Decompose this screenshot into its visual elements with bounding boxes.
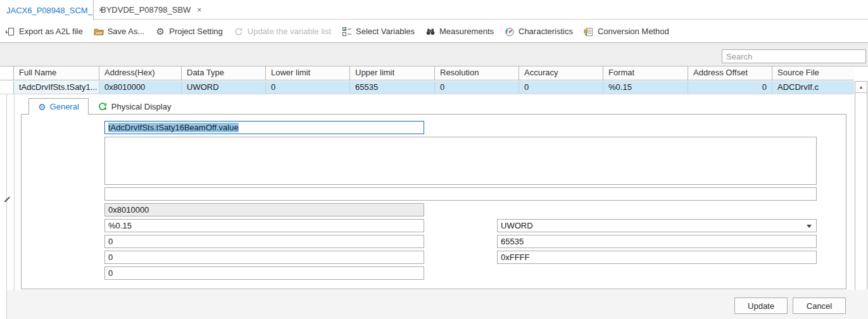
details-tab-strip: ⚙ General Physical Display: [28, 98, 180, 115]
tab-label: JACX6_P08948_SCM_: [6, 6, 92, 15]
characteristics-button[interactable]: Characteristics: [505, 27, 573, 37]
cell-full-name[interactable]: tAdcDrvIfSts.tSaty1...: [14, 81, 99, 94]
low-limit-input[interactable]: 0: [104, 235, 424, 248]
grid-header: Full Name Address(Hex) Data Type Lower l…: [0, 66, 854, 80]
col-source-file[interactable]: Source File: [772, 66, 853, 80]
export-a2l-button[interactable]: Export as A2L file: [5, 27, 83, 37]
col-format[interactable]: Format: [603, 66, 688, 80]
tab-physical-display[interactable]: Physical Display: [89, 98, 180, 115]
tab-bydvde-p08798[interactable]: BYDVDE_P08798_SBW ×: [94, 0, 197, 20]
col-accuracy[interactable]: Accuracy: [519, 66, 603, 80]
row-header-cell[interactable]: [0, 81, 14, 94]
col-data-type[interactable]: Data Type: [182, 66, 266, 80]
col-upper-limit[interactable]: Upper limit: [350, 66, 435, 80]
table-row-selected[interactable]: tAdcDrvIfSts.tSaty1... 0x8010000 UWORD 0…: [0, 81, 854, 94]
save-as-button[interactable]: Save As...: [94, 27, 145, 37]
gear-icon: ⚙: [38, 103, 46, 111]
toolbar-item-label: Conversion Method: [598, 27, 669, 36]
update-variable-list-button: Update the variable list: [234, 27, 331, 37]
display-identifier-input[interactable]: [104, 187, 817, 201]
search-input[interactable]: [722, 49, 866, 63]
chevron-down-icon: [807, 225, 812, 228]
toolbar-item-label: Characteristics: [519, 27, 573, 36]
export-a2l-icon: [5, 27, 15, 37]
scroll-up-button[interactable]: ▲: [855, 82, 867, 93]
select-variables-button[interactable]: Select Variables: [342, 27, 415, 37]
gutter-line: [14, 94, 15, 290]
binoculars-icon: [425, 27, 436, 37]
col-address-hex[interactable]: Address(Hex): [99, 66, 182, 80]
toolbar-item-label: Export as A2L file: [19, 27, 83, 36]
update-button[interactable]: Update: [734, 297, 788, 314]
cell-address-hex[interactable]: 0x8010000: [99, 81, 182, 94]
scroll-up-icon: ▲: [859, 85, 864, 89]
cell-address-offset[interactable]: 0: [688, 81, 772, 94]
main-toolbar: Export as A2L file Save As... ⚙ Project …: [0, 20, 868, 42]
format-input[interactable]: %0.15: [104, 219, 424, 232]
resolution-input[interactable]: 0: [104, 251, 424, 264]
accuracy-input[interactable]: 0: [104, 266, 424, 280]
measurements-button[interactable]: Measurements: [425, 27, 494, 37]
row-edit-pencil-icon: [3, 195, 11, 204]
close-icon[interactable]: ×: [197, 6, 201, 14]
high-limit-input[interactable]: 65535: [497, 235, 817, 248]
toolbar-item-label: Select Variables: [356, 27, 415, 36]
conversion-method-icon: [584, 27, 594, 37]
cancel-button[interactable]: Cancel: [793, 297, 846, 314]
description-textarea[interactable]: [104, 137, 817, 185]
gutter-line: [6, 94, 7, 319]
vertical-scrollbar[interactable]: ▲: [855, 81, 867, 297]
cell-accuracy[interactable]: 0: [519, 81, 603, 94]
toolbar-item-label: Measurements: [439, 27, 494, 36]
document-tab-bar: JACX6_P08948_SCM_ × BYDVDE_P08798_SBW ×: [0, 0, 868, 20]
cell-data-type[interactable]: UWORD: [182, 81, 266, 94]
tab-label: BYDVDE_P08798_SBW: [101, 5, 191, 15]
tab-jacx6-p08948[interactable]: JACX6_P08948_SCM_ ×: [0, 0, 94, 20]
ecu-address-input: 0x8010000: [104, 203, 424, 216]
select-variables-icon: [342, 27, 352, 37]
toolbar-item-label: Project Setting: [169, 27, 223, 36]
toolbar-item-label: Update the variable list: [248, 27, 331, 36]
a2l-editor-window: JACX6_P08948_SCM_ × BYDVDE_P08798_SBW × …: [0, 0, 868, 319]
row-header-gutter: [0, 66, 14, 80]
tab-general[interactable]: ⚙ General: [28, 98, 89, 115]
cell-resolution[interactable]: 0: [435, 81, 519, 94]
col-resolution[interactable]: Resolution: [435, 66, 519, 80]
name-input[interactable]: tAdcDrvIfSts.tSaty16BeamOff.value: [104, 121, 424, 134]
gauge-icon: [505, 27, 515, 37]
save-as-folder-icon: [94, 27, 104, 37]
conversion-method-button[interactable]: Conversion Method: [584, 27, 669, 37]
data-type-dropdown[interactable]: UWORD: [497, 219, 817, 232]
cell-lower-limit[interactable]: 0: [266, 81, 350, 94]
bit-mask-input[interactable]: 0xFFFF: [497, 251, 817, 264]
cell-format[interactable]: %0.15: [603, 81, 688, 94]
data-type-value: UWORD: [501, 221, 533, 230]
cell-source-file[interactable]: ADCDrvIf.c: [772, 81, 853, 94]
details-tab-label: Physical Display: [111, 102, 172, 111]
col-full-name[interactable]: Full Name: [14, 66, 99, 80]
refresh-icon: [234, 27, 244, 37]
gear-icon: ⚙: [155, 27, 165, 37]
col-lower-limit[interactable]: Lower limit: [266, 66, 350, 80]
cell-upper-limit[interactable]: 65535: [350, 81, 435, 94]
details-tab-label: General: [50, 102, 79, 111]
project-setting-button[interactable]: ⚙ Project Setting: [155, 27, 223, 37]
toolbar-item-label: Save As...: [108, 27, 145, 36]
sync-gear-icon: [97, 101, 108, 111]
col-address-offset[interactable]: Address Offset: [688, 66, 772, 80]
name-value-selected: tAdcDrvIfSts.tSaty16BeamOff.value: [108, 123, 239, 132]
